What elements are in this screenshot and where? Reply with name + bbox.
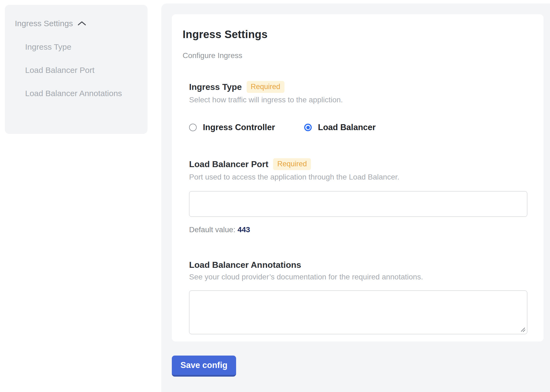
ingress-type-label: Ingress Type [189, 82, 242, 92]
sidebar-item-list: Ingress Type Load Balancer Port Load Bal… [25, 39, 139, 102]
ingress-type-options: Ingress Controller Load Balancer [189, 123, 527, 132]
load-balancer-annotations-description: See your cloud provider’s documentation … [189, 273, 527, 281]
radio-load-balancer[interactable] [304, 124, 312, 131]
sidebar-item-load-balancer-annotations[interactable]: Load Balancer Annotations [25, 85, 122, 102]
chevron-up-icon [77, 21, 86, 26]
field-ingress-type: Ingress Type Required Select how traffic… [189, 81, 527, 132]
settings-sidebar: Ingress Settings Ingress Type Load Balan… [5, 5, 147, 134]
radio-label-ingress-controller: Ingress Controller [203, 123, 275, 132]
load-balancer-port-input[interactable] [189, 191, 527, 217]
ingress-settings-card: Ingress Settings Configure Ingress Ingre… [172, 14, 544, 342]
sidebar-item-load-balancer-port[interactable]: Load Balancer Port [25, 62, 122, 78]
ingress-form: Ingress Type Required Select how traffic… [189, 81, 527, 334]
default-value-line: Default value:443 [189, 225, 527, 234]
load-balancer-annotations-label: Load Balancer Annotations [189, 260, 301, 270]
ingress-type-description: Select how traffic will ingress to the a… [189, 96, 527, 104]
page-title: Ingress Settings [183, 28, 527, 40]
radio-option-load-balancer[interactable]: Load Balancer [304, 123, 376, 132]
required-badge: Required [273, 158, 311, 170]
field-load-balancer-port: Load Balancer Port Required Port used to… [189, 158, 527, 234]
sidebar-section-title: Ingress Settings [15, 19, 73, 28]
radio-label-load-balancer: Load Balancer [318, 123, 376, 132]
sidebar-item-ingress-type[interactable]: Ingress Type [25, 39, 122, 55]
required-badge: Required [247, 81, 284, 93]
radio-option-ingress-controller[interactable]: Ingress Controller [189, 123, 275, 132]
sidebar-section-toggle[interactable]: Ingress Settings [15, 19, 139, 28]
radio-ingress-controller[interactable] [189, 124, 197, 131]
default-value-label: Default value: [189, 225, 235, 234]
load-balancer-port-description: Port used to access the application thro… [189, 173, 527, 181]
save-config-button[interactable]: Save config [172, 356, 236, 377]
default-value: 443 [237, 225, 250, 234]
load-balancer-annotations-textarea[interactable] [189, 290, 527, 334]
page-subtitle: Configure Ingress [183, 51, 527, 60]
field-load-balancer-annotations: Load Balancer Annotations See your cloud… [189, 260, 527, 334]
load-balancer-port-label: Load Balancer Port [189, 159, 268, 169]
